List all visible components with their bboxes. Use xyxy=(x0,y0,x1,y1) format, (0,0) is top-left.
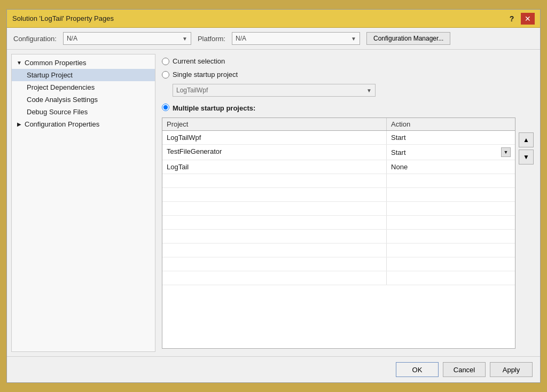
platform-label: Platform: xyxy=(198,35,225,43)
dialog-title: Solution 'LogTail' Property Pages xyxy=(12,14,114,22)
table-header-action: Action xyxy=(387,118,515,130)
multiple-startup-label[interactable]: Multiple startup projects: xyxy=(173,104,255,112)
tree-item-project-dependencies[interactable]: Project Dependencies xyxy=(12,81,155,93)
table-row-empty xyxy=(162,230,515,244)
table-side-buttons: ▲ ▼ xyxy=(519,117,534,349)
platform-dropdown-arrow: ▼ xyxy=(351,36,356,42)
single-project-dropdown[interactable]: LogTailWpf ▼ xyxy=(173,84,376,97)
table-row-empty xyxy=(162,202,515,216)
table-header: Project Action xyxy=(162,118,515,131)
current-selection-label[interactable]: Current selection xyxy=(173,57,225,65)
help-button[interactable]: ? xyxy=(505,13,519,25)
configuration-properties-label: Configuration Properties xyxy=(25,120,99,128)
platform-value: N/A xyxy=(236,35,246,42)
configuration-properties-arrow: ▶ xyxy=(15,121,24,127)
project-name-2: TestFileGenerator xyxy=(162,145,387,160)
action-value-3: None xyxy=(391,163,408,171)
table-row-empty xyxy=(162,244,515,257)
title-bar-controls: ? ✕ xyxy=(505,13,535,25)
table-row-empty xyxy=(162,174,515,188)
common-properties-label: Common Properties xyxy=(25,59,87,67)
action-value-1: Start xyxy=(391,134,405,142)
table-row[interactable]: TestFileGenerator Start ▼ xyxy=(162,145,515,160)
multiple-startup-radio[interactable] xyxy=(162,104,169,111)
action-value-2: Start xyxy=(391,148,405,156)
configuration-value: N/A xyxy=(67,35,77,42)
right-panel: Current selection Single startup project… xyxy=(160,54,536,352)
table-row-empty xyxy=(162,257,515,271)
apply-button[interactable]: Apply xyxy=(490,362,533,377)
action-dropdown-arrow-2[interactable]: ▼ xyxy=(501,147,511,157)
single-startup-row: Single startup project xyxy=(162,70,534,79)
project-name-1: LogTailWpf xyxy=(162,131,387,144)
project-name-3: LogTail xyxy=(162,160,387,174)
table-row-empty xyxy=(162,216,515,230)
single-project-value: LogTailWpf xyxy=(176,87,208,94)
tree-item-debug-source-files[interactable]: Debug Source Files xyxy=(12,106,155,118)
title-bar: Solution 'LogTail' Property Pages ? ✕ xyxy=(7,10,540,28)
bottom-bar: OK Cancel Apply xyxy=(7,356,540,382)
table-header-project: Project xyxy=(162,118,387,130)
tree-item-code-analysis-settings[interactable]: Code Analysis Settings xyxy=(12,93,155,106)
table-row-empty xyxy=(162,188,515,202)
ok-button[interactable]: OK xyxy=(396,362,439,377)
left-panel: ▼ Common Properties Startup Project Proj… xyxy=(11,54,155,352)
common-properties-arrow: ▼ xyxy=(15,60,24,66)
single-project-arrow: ▼ xyxy=(366,88,372,93)
table-row[interactable]: LogTailWpf Start xyxy=(162,131,515,145)
config-bar: Configuration: N/A ▼ Platform: N/A ▼ Con… xyxy=(7,28,540,50)
tree-section-common-properties[interactable]: ▼ Common Properties xyxy=(12,57,155,69)
move-up-button[interactable]: ▲ xyxy=(519,132,534,147)
projects-table-container: Project Action LogTailWpf Start xyxy=(162,117,534,349)
close-button[interactable]: ✕ xyxy=(521,13,535,25)
dialog-window: Solution 'LogTail' Property Pages ? ✕ Co… xyxy=(6,9,541,383)
current-selection-row: Current selection xyxy=(162,57,534,65)
current-selection-radio[interactable] xyxy=(162,58,169,65)
action-cell-3[interactable]: None xyxy=(387,160,515,174)
main-content: ▼ Common Properties Startup Project Proj… xyxy=(7,50,540,356)
table-row[interactable]: LogTail None xyxy=(162,160,515,174)
configuration-dropdown[interactable]: N/A ▼ xyxy=(63,32,191,45)
platform-dropdown[interactable]: N/A ▼ xyxy=(232,32,360,45)
configuration-manager-button[interactable]: Configuration Manager... xyxy=(366,32,450,45)
cancel-button[interactable]: Cancel xyxy=(443,362,486,377)
tree-item-startup-project[interactable]: Startup Project xyxy=(12,69,155,81)
projects-table: Project Action LogTailWpf Start xyxy=(162,117,515,349)
startup-radio-group: Current selection Single startup project… xyxy=(162,57,534,112)
configuration-dropdown-arrow: ▼ xyxy=(182,36,187,42)
action-cell-2[interactable]: Start ▼ xyxy=(387,145,515,160)
configuration-label: Configuration: xyxy=(13,35,57,43)
multiple-startup-row: Multiple startup projects: xyxy=(162,102,534,112)
move-down-button[interactable]: ▼ xyxy=(519,150,534,164)
single-startup-radio[interactable] xyxy=(162,71,169,79)
action-cell-1[interactable]: Start xyxy=(387,131,515,144)
tree-section-configuration-properties[interactable]: ▶ Configuration Properties xyxy=(12,118,155,130)
table-body: LogTailWpf Start TestFileGenerator Start… xyxy=(162,131,515,346)
table-row-empty xyxy=(162,271,515,285)
single-startup-label[interactable]: Single startup project xyxy=(173,70,238,79)
